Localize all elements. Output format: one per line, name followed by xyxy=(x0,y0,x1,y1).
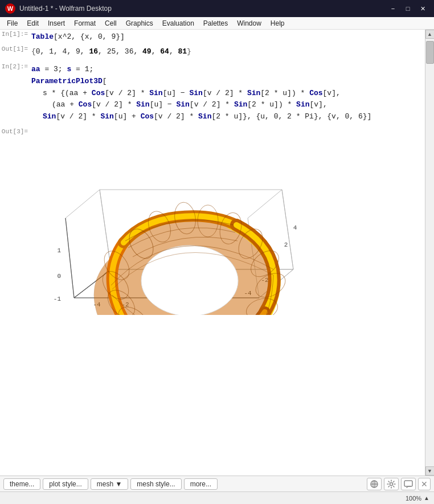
menu-file[interactable]: File xyxy=(2,18,22,28)
cell-in2: In[2]:= aa = 3; s = 1; ParametricPlot3D[… xyxy=(0,62,425,125)
code-line-5: Sin[v / 2] * Sin[u] + Cos[v / 2] * Sin[2… xyxy=(31,111,416,123)
window-controls: − □ ✕ xyxy=(386,3,429,14)
more-button[interactable]: more... xyxy=(184,478,218,490)
svg-text:2: 2 xyxy=(284,241,288,248)
svg-text:W: W xyxy=(7,5,14,12)
minimize-button[interactable]: − xyxy=(386,3,400,14)
svg-text:0: 0 xyxy=(57,273,61,280)
menu-window[interactable]: Window xyxy=(232,18,266,28)
cell-in1: In[1]:= Table[x^2, {x, 0, 9}] xyxy=(0,30,425,44)
code-line-2: ParametricPlot3D[ xyxy=(31,76,416,88)
code-line-3: s * {(aa + Cos[v / 2] * Sin[u] − Sin[v /… xyxy=(31,88,416,100)
svg-text:4: 4 xyxy=(293,224,297,231)
code-line-4: (aa + Cos[v / 2] * Sin[u] − Sin[v / 2] *… xyxy=(31,99,416,111)
menu-cell[interactable]: Cell xyxy=(100,18,121,28)
zoom-indicator: 100% ▲ xyxy=(406,495,429,502)
menu-graphics[interactable]: Graphics xyxy=(121,18,158,28)
gear-icon-button[interactable] xyxy=(384,478,399,490)
svg-point-49 xyxy=(390,482,393,485)
scroll-thumb[interactable] xyxy=(426,41,434,64)
menu-format[interactable]: Format xyxy=(69,18,100,28)
svg-text:-1: -1 xyxy=(54,296,62,302)
maximize-button[interactable]: □ xyxy=(401,3,415,14)
code-keyword: Table xyxy=(31,32,54,41)
cell-content-in1[interactable]: Table[x^2, {x, 0, 9}] xyxy=(31,30,420,44)
menu-evaluation[interactable]: Evaluation xyxy=(158,18,199,28)
theme-button[interactable]: theme... xyxy=(3,478,40,490)
app-icon: W xyxy=(5,3,16,14)
zoom-level: 100% xyxy=(406,495,421,502)
title-bar: W Untitled-1 * - Wolfram Desktop − □ ✕ xyxy=(0,0,434,17)
status-bar: 100% ▲ xyxy=(0,491,434,504)
plot-style-button[interactable]: plot style... xyxy=(43,478,88,490)
window-title: Untitled-1 * - Wolfram Desktop xyxy=(19,5,386,13)
cell-label-in2: In[2]:= xyxy=(0,62,31,70)
mesh-button[interactable]: mesh ▼ xyxy=(91,478,129,490)
svg-rect-50 xyxy=(404,481,412,486)
cell-out3: Out[3]= xyxy=(0,127,425,321)
code-line-1: aa = 3; s = 1; xyxy=(31,64,416,76)
scroll-down-button[interactable]: ▼ xyxy=(425,466,435,476)
menu-insert[interactable]: Insert xyxy=(43,18,69,28)
menu-edit[interactable]: Edit xyxy=(22,18,43,28)
cell-label-out1: Out[1]= xyxy=(0,44,31,52)
cell-content-in2[interactable]: aa = 3; s = 1; ParametricPlot3D[ s * {(a… xyxy=(31,62,420,125)
plot-3d[interactable]: -4 -2 0 2 4 -4 -2 0 2 4 -1 0 xyxy=(37,133,322,315)
menu-palettes[interactable]: Palettes xyxy=(199,18,232,28)
cell-label-out3: Out[3]= xyxy=(0,127,31,135)
notebook: In[1]:= Table[x^2, {x, 0, 9}] Out[1]= {0… xyxy=(0,30,434,476)
cell-out1: Out[1]= {0, 1, 4, 9, 16, 25, 36, 49, 64,… xyxy=(0,44,425,59)
zoom-up-arrow[interactable]: ▲ xyxy=(424,495,429,501)
svg-text:1: 1 xyxy=(57,247,61,254)
menu-bar: File Edit Insert Format Cell Graphics Ev… xyxy=(0,17,434,30)
empty-notebook-area[interactable] xyxy=(0,321,425,463)
toolbar-close-button[interactable]: ✕ xyxy=(418,478,431,490)
cell-content-out1: {0, 1, 4, 9, 16, 25, 36, 49, 64, 81} xyxy=(31,44,420,59)
comment-icon-button[interactable] xyxy=(401,478,416,490)
link-icon-button[interactable] xyxy=(367,478,382,490)
notebook-content[interactable]: In[1]:= Table[x^2, {x, 0, 9}] Out[1]= {0… xyxy=(0,30,425,476)
mesh-style-button[interactable]: mesh style... xyxy=(130,478,181,490)
scroll-up-button[interactable]: ▲ xyxy=(425,30,435,39)
notebook-scrollbar[interactable]: ▲ ▼ xyxy=(425,30,434,476)
bottom-toolbar: theme... plot style... mesh ▼ mesh style… xyxy=(0,476,434,491)
menu-help[interactable]: Help xyxy=(266,18,289,28)
cell-label-in1: In[1]:= xyxy=(0,30,31,38)
plot-svg: -4 -2 0 2 4 -4 -2 0 2 4 -1 0 xyxy=(37,133,322,315)
close-button[interactable]: ✕ xyxy=(416,3,429,14)
cell-content-out3[interactable]: -4 -2 0 2 4 -4 -2 0 2 4 -1 0 xyxy=(31,127,420,321)
